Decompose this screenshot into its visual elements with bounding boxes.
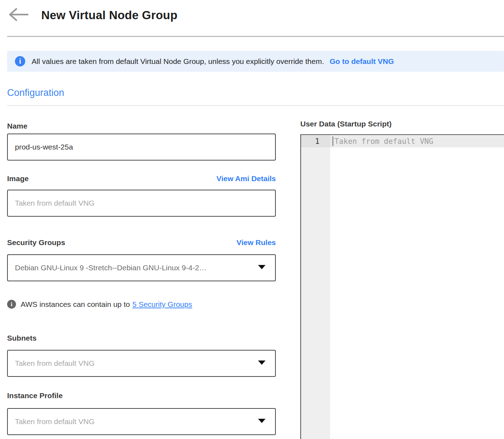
security-groups-label-row: Security Groups View Rules bbox=[7, 238, 276, 247]
page-title: New Virtual Node Group bbox=[41, 9, 177, 22]
instance-profile-placeholder: Taken from default VNG bbox=[15, 417, 95, 426]
name-label: Name bbox=[7, 121, 276, 131]
caret-down-icon bbox=[258, 265, 266, 271]
subnets-placeholder: Taken from default VNG bbox=[15, 359, 95, 368]
section-divider bbox=[7, 105, 504, 106]
section-title-configuration: Configuration bbox=[7, 87, 64, 98]
header-divider bbox=[7, 36, 504, 37]
five-security-groups-link[interactable]: 5 Security Groups bbox=[132, 300, 192, 309]
security-groups-label: Security Groups bbox=[7, 238, 65, 247]
info-circle-icon: i bbox=[15, 56, 25, 66]
page-header: New Virtual Node Group bbox=[7, 7, 177, 23]
go-to-default-vng-link[interactable]: Go to default VNG bbox=[330, 57, 394, 66]
form-column-right: User Data (Startup Script) 1 Taken from … bbox=[300, 107, 504, 439]
caret-down-icon bbox=[258, 360, 266, 367]
back-button[interactable] bbox=[7, 7, 31, 23]
instance-profile-select[interactable]: Taken from default VNG bbox=[7, 408, 276, 435]
text-cursor bbox=[332, 136, 333, 146]
security-groups-select[interactable]: Debian GNU-Linux 9 -Stretch--Debian GNU-… bbox=[7, 254, 276, 281]
user-data-label: User Data (Startup Script) bbox=[300, 119, 504, 129]
editor-gutter bbox=[301, 135, 330, 439]
editor-placeholder-text: Taken from default VNG bbox=[334, 137, 433, 146]
info-circle-icon: i bbox=[7, 300, 16, 309]
info-banner: i All values are taken from default Virt… bbox=[7, 51, 504, 72]
editor-line-number: 1 bbox=[301, 135, 330, 147]
view-rules-link[interactable]: View Rules bbox=[237, 238, 276, 247]
instance-profile-label: Instance Profile bbox=[7, 391, 276, 400]
image-input[interactable] bbox=[7, 190, 276, 217]
editor-code-area[interactable]: Taken from default VNG bbox=[330, 135, 504, 147]
user-data-editor[interactable]: 1 Taken from default VNG bbox=[300, 134, 504, 439]
security-groups-info-row: i AWS instances can contain up to 5 Secu… bbox=[7, 300, 276, 309]
security-groups-info-text: AWS instances can contain up to bbox=[21, 300, 130, 309]
subnets-label: Subnets bbox=[7, 334, 276, 343]
name-input[interactable] bbox=[7, 134, 276, 161]
subnets-select[interactable]: Taken from default VNG bbox=[7, 350, 276, 377]
security-groups-selected-value: Debian GNU-Linux 9 -Stretch--Debian GNU-… bbox=[15, 264, 207, 272]
arrow-left-icon bbox=[7, 6, 31, 24]
image-label: Image bbox=[7, 174, 29, 183]
form-column-left: Name Image View Ami Details Security Gro… bbox=[7, 107, 276, 439]
editor-active-line: 1 Taken from default VNG bbox=[301, 135, 504, 147]
banner-message: All values are taken from default Virtua… bbox=[32, 57, 324, 66]
view-ami-details-link[interactable]: View Ami Details bbox=[216, 174, 276, 183]
image-label-row: Image View Ami Details bbox=[7, 174, 276, 183]
caret-down-icon bbox=[258, 418, 266, 425]
form-columns: Name Image View Ami Details Security Gro… bbox=[0, 107, 504, 439]
